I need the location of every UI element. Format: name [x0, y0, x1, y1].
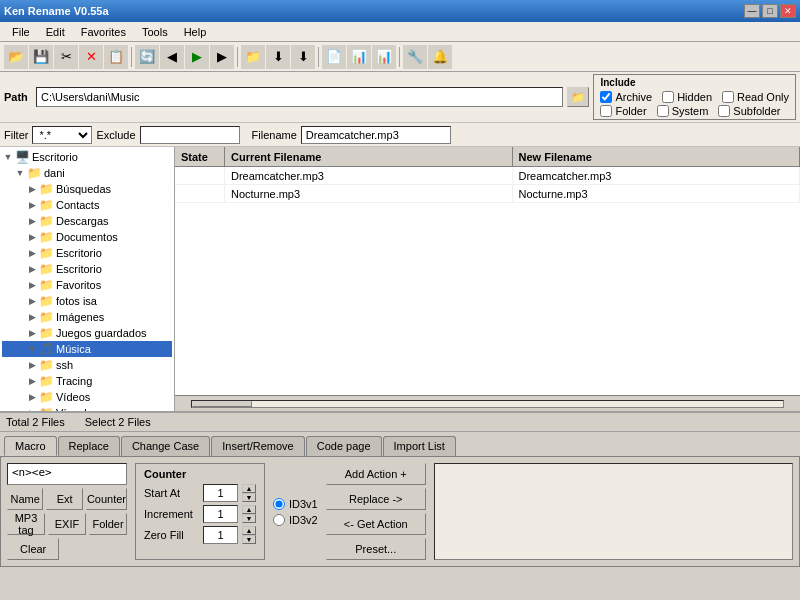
start-at-input[interactable]: [203, 484, 238, 502]
start-at-up[interactable]: ▲: [242, 484, 256, 493]
menu-favorites[interactable]: Favorites: [73, 24, 134, 40]
tree-expand-icon[interactable]: ▶: [26, 375, 38, 387]
tree-expand-icon[interactable]: ▶: [26, 263, 38, 275]
increment-down[interactable]: ▼: [242, 514, 256, 523]
path-browse-button[interactable]: 📁: [567, 87, 589, 107]
menu-tools[interactable]: Tools: [134, 24, 176, 40]
tree-expand-icon[interactable]: ▶: [26, 407, 38, 411]
tree-item[interactable]: ▶📁Contacts: [2, 197, 172, 213]
tree-item[interactable]: ▶📁Búsquedas: [2, 181, 172, 197]
include-system[interactable]: System: [657, 105, 709, 117]
include-archive[interactable]: Archive: [600, 91, 652, 103]
header-state[interactable]: State: [175, 147, 225, 166]
include-subfolder[interactable]: Subfolder: [718, 105, 780, 117]
table-row[interactable]: Dreamcatcher.mp3Dreamcatcher.mp3: [175, 167, 800, 185]
exif-button[interactable]: EXIF: [48, 513, 86, 535]
tree-item[interactable]: ▶📁Vínculos: [2, 405, 172, 411]
tab-import-list[interactable]: Import List: [383, 436, 456, 456]
filter-combo[interactable]: *.* *.mp3 *.jpg: [32, 126, 92, 144]
path-input[interactable]: [36, 87, 563, 107]
toolbar-paste[interactable]: 📋: [104, 45, 128, 69]
ext-button[interactable]: Ext: [46, 488, 82, 510]
id3v2-radio[interactable]: [273, 514, 285, 526]
header-new[interactable]: New Filename: [513, 147, 801, 166]
file-rows[interactable]: Dreamcatcher.mp3Dreamcatcher.mp3Nocturne…: [175, 167, 800, 395]
toolbar-notify[interactable]: 🔔: [428, 45, 452, 69]
toolbar-down2[interactable]: ⬇: [291, 45, 315, 69]
replace-button[interactable]: Replace ->: [326, 488, 426, 510]
toolbar-folder[interactable]: 📁: [241, 45, 265, 69]
toolbar-save[interactable]: 💾: [29, 45, 53, 69]
increment-up[interactable]: ▲: [242, 505, 256, 514]
folder-checkbox[interactable]: [600, 105, 612, 117]
tree-expand-icon[interactable]: ▶: [26, 215, 38, 227]
tree-item[interactable]: ▶📁Favoritos: [2, 277, 172, 293]
table-row[interactable]: Nocturne.mp3Nocturne.mp3: [175, 185, 800, 203]
tree-expand-icon[interactable]: ▶: [26, 199, 38, 211]
tree-expand-icon[interactable]: ▼: [14, 167, 26, 179]
tree-item[interactable]: ▶📁Imágenes: [2, 309, 172, 325]
toolbar-forward[interactable]: ▶: [210, 45, 234, 69]
include-folder[interactable]: Folder: [600, 105, 646, 117]
tree-expand-icon[interactable]: ▶: [26, 231, 38, 243]
tree-expand-icon[interactable]: ▼: [2, 151, 14, 163]
toolbar-settings[interactable]: 🔧: [403, 45, 427, 69]
tree-expand-icon[interactable]: ▶: [26, 247, 38, 259]
menu-file[interactable]: File: [4, 24, 38, 40]
tree-item[interactable]: ▶📁Descargas: [2, 213, 172, 229]
tree-expand-icon[interactable]: ▶: [26, 311, 38, 323]
tree-expand-icon[interactable]: ▶: [26, 327, 38, 339]
readonly-checkbox[interactable]: [722, 91, 734, 103]
tree-expand-icon[interactable]: ▶: [26, 391, 38, 403]
tab-replace[interactable]: Replace: [58, 436, 120, 456]
tab-change-case[interactable]: Change Case: [121, 436, 210, 456]
menu-help[interactable]: Help: [176, 24, 215, 40]
toolbar-play[interactable]: ▶: [185, 45, 209, 69]
id3v1-option[interactable]: ID3v1: [273, 498, 318, 510]
tree-item[interactable]: ▶📁Juegos guardados: [2, 325, 172, 341]
tree-scroll[interactable]: ▼🖥️Escritorio▼📁dani▶📁Búsquedas▶📁Contacts…: [0, 147, 174, 411]
mp3tag-button[interactable]: MP3 tag: [7, 513, 45, 535]
tree-item[interactable]: ▶📁Vídeos: [2, 389, 172, 405]
tab-macro[interactable]: Macro: [4, 436, 57, 456]
tree-item[interactable]: ▶📁Escritorio: [2, 245, 172, 261]
tree-expand-icon[interactable]: ▼: [26, 343, 38, 355]
zero-fill-input[interactable]: [203, 526, 238, 544]
clear-button[interactable]: Clear: [7, 538, 59, 560]
zero-fill-down[interactable]: ▼: [242, 535, 256, 544]
increment-input[interactable]: [203, 505, 238, 523]
horizontal-scrollbar[interactable]: [175, 395, 800, 411]
tree-item[interactable]: ▶📁Tracing: [2, 373, 172, 389]
toolbar-chart2[interactable]: 📊: [372, 45, 396, 69]
counter-button[interactable]: Counter: [86, 488, 127, 510]
id3v1-radio[interactable]: [273, 498, 285, 510]
toolbar-new[interactable]: 📂: [4, 45, 28, 69]
maximize-button[interactable]: □: [762, 4, 778, 18]
include-hidden[interactable]: Hidden: [662, 91, 712, 103]
tree-expand-icon[interactable]: ▶: [26, 183, 38, 195]
toolbar-refresh[interactable]: 🔄: [135, 45, 159, 69]
filename-input[interactable]: [301, 126, 451, 144]
tree-item[interactable]: ▼🎵Música: [2, 341, 172, 357]
tree-expand-icon[interactable]: ▶: [26, 279, 38, 291]
tree-expand-icon[interactable]: ▶: [26, 295, 38, 307]
get-action-button[interactable]: <- Get Action: [326, 513, 426, 535]
tree-item[interactable]: ▼📁dani: [2, 165, 172, 181]
tree-item[interactable]: ▼🖥️Escritorio: [2, 149, 172, 165]
tree-item[interactable]: ▶📁Documentos: [2, 229, 172, 245]
zero-fill-up[interactable]: ▲: [242, 526, 256, 535]
preset-button[interactable]: Preset...: [326, 538, 426, 560]
archive-checkbox[interactable]: [600, 91, 612, 103]
start-at-down[interactable]: ▼: [242, 493, 256, 502]
menu-edit[interactable]: Edit: [38, 24, 73, 40]
system-checkbox[interactable]: [657, 105, 669, 117]
name-button[interactable]: Name: [7, 488, 43, 510]
folder-button[interactable]: Folder: [89, 513, 127, 535]
toolbar-back[interactable]: ◀: [160, 45, 184, 69]
subfolder-checkbox[interactable]: [718, 105, 730, 117]
minimize-button[interactable]: —: [744, 4, 760, 18]
tree-item[interactable]: ▶📁Escritorio: [2, 261, 172, 277]
exclude-input[interactable]: [140, 126, 240, 144]
tree-item[interactable]: ▶📁ssh: [2, 357, 172, 373]
include-readonly[interactable]: Read Only: [722, 91, 789, 103]
